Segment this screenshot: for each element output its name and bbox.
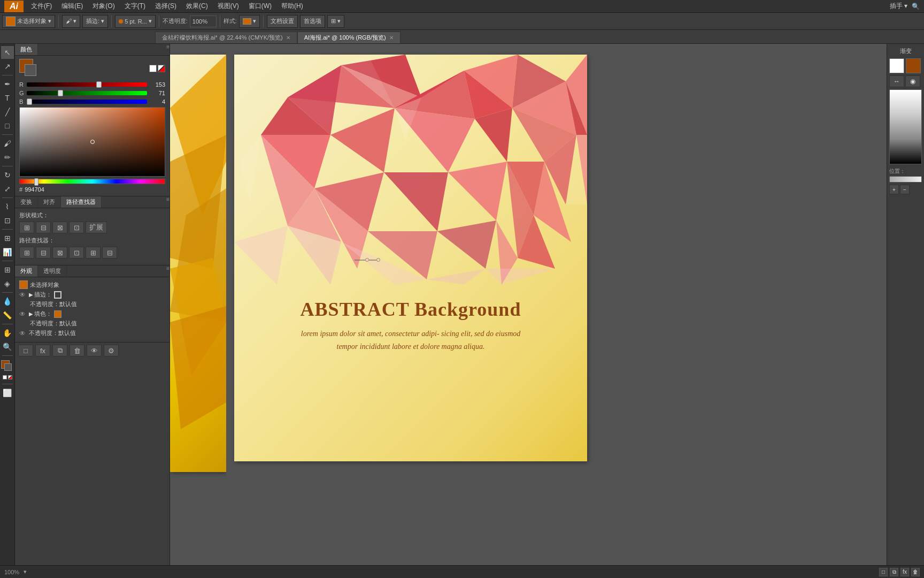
opacity-input[interactable]: [190, 16, 217, 27]
white-swatch[interactable]: [149, 65, 157, 72]
scale-tool[interactable]: ⤢: [1, 182, 14, 195]
merge-btn[interactable]: ⊠: [52, 247, 67, 258]
bottom-dup-btn[interactable]: ⧉: [890, 568, 898, 576]
exclude-btn[interactable]: ⊡: [69, 222, 84, 233]
menu-view[interactable]: 视图(V): [213, 1, 243, 12]
no-selection-btn[interactable]: 未选择对象 ▾: [2, 15, 55, 28]
r-slider-track[interactable]: [27, 82, 147, 87]
fill-color-swatch[interactable]: [6, 17, 16, 26]
hue-bar[interactable]: [19, 179, 165, 184]
hand-tool[interactable]: ✋: [1, 326, 14, 339]
tab-appearance[interactable]: 外观: [15, 265, 38, 277]
gradient-dark-swatch[interactable]: [906, 58, 921, 73]
type-tool[interactable]: T: [1, 92, 14, 104]
tab-align[interactable]: 对齐: [38, 196, 61, 208]
color-picker-area[interactable]: [19, 107, 165, 177]
pen-tool[interactable]: ✒: [1, 78, 14, 90]
doc-setup-btn[interactable]: 文档设置: [267, 15, 298, 28]
tab-opacity[interactable]: 透明度: [38, 265, 67, 277]
gradient-add-stop-btn[interactable]: +: [889, 185, 899, 194]
b-slider-thumb[interactable]: [27, 98, 32, 105]
fill-swatch[interactable]: [54, 310, 61, 318]
symbol-tool[interactable]: ⊞: [1, 232, 14, 245]
rotate-tool[interactable]: ↻: [1, 169, 14, 181]
bottom-del-btn[interactable]: 🗑: [911, 568, 920, 576]
stroke-eye-icon[interactable]: 👁: [19, 291, 27, 299]
outline-btn[interactable]: ⊞: [86, 247, 101, 258]
zoom-tool[interactable]: 🔍: [1, 340, 14, 353]
gradient-radial-btn[interactable]: ◉: [905, 75, 920, 87]
bottom-fx-btn[interactable]: fx: [900, 568, 909, 576]
mesh-tool[interactable]: ⊞: [1, 263, 14, 276]
bottom-new-btn[interactable]: □: [879, 568, 888, 576]
appearance-eye-btn[interactable]: 👁: [87, 345, 102, 356]
tool-stroke-swatch[interactable]: [4, 363, 12, 371]
appearance-del-btn[interactable]: 🗑: [70, 345, 84, 356]
r-slider-thumb[interactable]: [96, 81, 102, 88]
tool-color-swatches[interactable]: [1, 360, 14, 373]
artboard-tool[interactable]: ⬜: [1, 386, 14, 399]
none-swatch[interactable]: [158, 65, 165, 72]
menu-file[interactable]: 文件(F): [27, 1, 56, 12]
g-slider-track[interactable]: [27, 91, 147, 95]
gradient-bar[interactable]: [889, 89, 922, 164]
hue-thumb[interactable]: [34, 178, 38, 186]
stroke-swatch[interactable]: [54, 291, 61, 299]
menu-text[interactable]: 文字(T): [120, 1, 150, 12]
tool-none[interactable]: [8, 375, 12, 379]
opacity-eye-icon[interactable]: 👁: [19, 330, 27, 337]
column-graph-tool[interactable]: 📊: [1, 246, 14, 258]
appearance-add-btn[interactable]: □: [18, 345, 33, 356]
free-transform-tool[interactable]: ⊡: [1, 214, 14, 227]
width-btn[interactable]: 插边: ▾: [82, 15, 108, 28]
b-slider-track[interactable]: [27, 100, 147, 104]
gradient-tool[interactable]: ◈: [1, 277, 14, 290]
fg-bg-swatches[interactable]: [19, 59, 38, 78]
gradient-white-swatch[interactable]: [889, 58, 904, 73]
select-tool[interactable]: ↖: [1, 46, 14, 59]
tab-1[interactable]: AI海报.ai* @ 100% (RGB/预览) ✕: [297, 32, 401, 43]
gradient-linear-btn[interactable]: ↔: [889, 75, 904, 87]
menu-select[interactable]: 选择(S): [151, 1, 181, 12]
appearance-fx-btn[interactable]: fx: [35, 345, 50, 356]
tab-color[interactable]: 颜色: [15, 44, 38, 55]
background-swatch[interactable]: [25, 64, 36, 76]
menu-edit[interactable]: 编辑(E): [57, 1, 87, 12]
menu-object[interactable]: 对象(O): [88, 1, 119, 12]
tab-1-close[interactable]: ✕: [389, 35, 394, 41]
gradient-del-stop-btn[interactable]: −: [900, 185, 910, 194]
expand-btn[interactable]: 扩展: [86, 222, 107, 233]
style-btn[interactable]: ▾: [239, 15, 260, 28]
tab-0[interactable]: 金桔柠檬饮料海报.ai* @ 22.44% (CMYK/预览) ✕: [155, 32, 297, 43]
line-tool[interactable]: ╱: [1, 105, 14, 118]
align-btn[interactable]: ⊞ ▾: [327, 15, 344, 28]
warp-tool[interactable]: ⌇: [1, 200, 14, 213]
minus-front-btn[interactable]: ⊟: [36, 222, 51, 233]
tab-transform[interactable]: 变换: [15, 196, 38, 208]
tool-fill-white[interactable]: [3, 375, 7, 379]
eyedropper-tool[interactable]: 💧: [1, 295, 14, 308]
trim-btn[interactable]: ⊟: [36, 247, 51, 258]
menu-effect[interactable]: 效果(C): [182, 1, 212, 12]
fill-eye-icon[interactable]: 👁: [19, 310, 27, 318]
tab-0-close[interactable]: ✕: [286, 35, 290, 41]
appearance-copy-btn[interactable]: ⧉: [52, 345, 67, 356]
stroke-size-btn[interactable]: 5 pt. R... ▾: [115, 15, 156, 28]
g-slider-thumb[interactable]: [58, 90, 63, 96]
crop-btn[interactable]: ⊡: [69, 247, 84, 258]
search-icon[interactable]: 🔍: [912, 3, 920, 10]
main-document[interactable]: ABSTRACT Background lorem ipsum dolor si…: [234, 55, 587, 461]
gradient-long-bar[interactable]: [889, 176, 922, 182]
appearance-gear-btn[interactable]: ⚙: [104, 345, 119, 356]
brush-tool-btn[interactable]: 🖌 ▾: [62, 15, 80, 28]
direct-select-tool[interactable]: ↗: [1, 60, 14, 73]
intersect-btn[interactable]: ⊠: [52, 222, 67, 233]
appearance-fill-icon[interactable]: [19, 280, 28, 289]
tab-pathfinder[interactable]: 路径查找器: [61, 196, 102, 208]
menu-help[interactable]: 帮助(H): [277, 1, 307, 12]
paintbrush-tool[interactable]: 🖌: [1, 137, 14, 150]
minus-back-btn[interactable]: ⊟: [102, 247, 117, 258]
rect-tool[interactable]: □: [1, 119, 14, 132]
unite-btn[interactable]: ⊞: [19, 222, 34, 233]
menu-window[interactable]: 窗口(W): [244, 1, 276, 12]
